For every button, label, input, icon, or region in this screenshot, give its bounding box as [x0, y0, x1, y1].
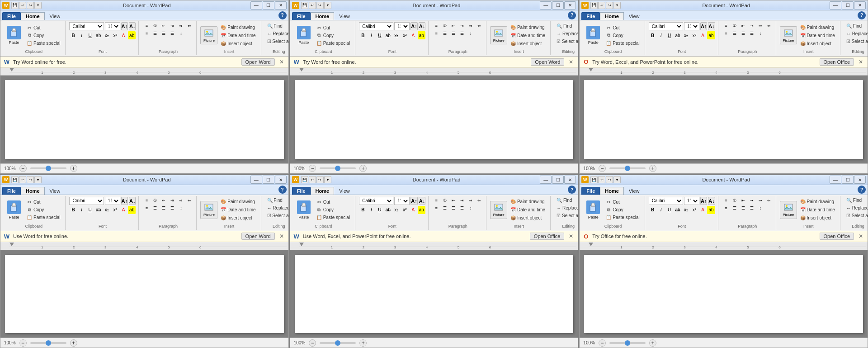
strikethrough-btn[interactable]: ab	[674, 206, 681, 214]
rtl-btn[interactable]: ⇐	[185, 197, 193, 204]
align-right-btn[interactable]: ☰	[739, 30, 747, 37]
paste-special-btn[interactable]: 📋Paste special	[314, 39, 352, 47]
font-family-select[interactable]: Calibri	[649, 22, 683, 30]
insert-datetime-btn[interactable]: 📅 Date and time	[218, 206, 258, 214]
undo-btn[interactable]: ↩	[19, 176, 26, 183]
font-color-btn[interactable]: A	[119, 31, 127, 39]
document-area[interactable]	[580, 250, 868, 338]
replace-btn[interactable]: ↔ Replace	[265, 205, 289, 212]
copy-btn[interactable]: ⧉Copy	[314, 206, 352, 214]
save-quick-btn[interactable]: 💾	[590, 2, 598, 9]
maximize-btn[interactable]: ☐	[842, 1, 854, 10]
font-size-select[interactable]: 11	[394, 197, 410, 205]
paste-btn[interactable]: Paste	[584, 23, 602, 48]
save-quick-btn[interactable]: 💾	[590, 176, 598, 183]
superscript-btn[interactable]: x²	[111, 206, 119, 214]
insert-datetime-btn[interactable]: 📅 Date and time	[798, 32, 837, 39]
decrease-indent-btn[interactable]: ⇤	[160, 22, 168, 29]
strikethrough-btn[interactable]: ab	[674, 31, 681, 39]
help-btn[interactable]: ?	[568, 186, 576, 194]
document-area[interactable]	[290, 76, 578, 163]
insert-paint-btn[interactable]: 🎨 Paint drawing	[798, 198, 837, 205]
replace-btn[interactable]: ↔ Replace	[554, 30, 578, 37]
insert-picture-btn[interactable]: Picture	[490, 26, 507, 44]
document-area[interactable]	[0, 250, 288, 338]
superscript-btn[interactable]: x²	[690, 206, 698, 214]
grow-font-btn[interactable]: A↑	[700, 22, 707, 30]
minimize-btn[interactable]: —	[250, 176, 262, 184]
tab-file[interactable]: File	[292, 12, 311, 20]
line-spacing-btn[interactable]: ↕	[467, 205, 475, 212]
zoom-out-btn[interactable]: −	[19, 165, 27, 172]
align-right-btn[interactable]: ☰	[739, 205, 747, 212]
zoom-slider[interactable]	[30, 342, 66, 344]
select-all-btn[interactable]: ☑ Select all	[554, 38, 578, 45]
italic-btn[interactable]: I	[78, 206, 85, 214]
cut-btn[interactable]: ✂Cut	[603, 199, 642, 206]
rtl-btn[interactable]: ⇐	[475, 22, 483, 29]
minimize-btn[interactable]: —	[540, 176, 552, 184]
redo-btn[interactable]: ↪	[316, 176, 324, 183]
notification-close-btn[interactable]: ✕	[857, 58, 865, 66]
document-page[interactable]	[584, 80, 863, 159]
grow-font-btn[interactable]: A↑	[410, 22, 417, 30]
cut-btn[interactable]: ✂Cut	[314, 24, 352, 31]
maximize-btn[interactable]: ☐	[842, 176, 854, 184]
zoom-slider[interactable]	[320, 342, 356, 344]
document-area[interactable]	[290, 250, 578, 338]
italic-btn[interactable]: I	[368, 206, 375, 214]
highlight-btn[interactable]: ab	[128, 31, 136, 39]
help-btn[interactable]: ?	[568, 11, 576, 19]
underline-btn[interactable]: U	[86, 206, 94, 214]
save-quick-btn[interactable]: 💾	[11, 2, 19, 9]
notification-close-btn[interactable]: ✕	[278, 232, 286, 240]
justify-btn[interactable]: ☰	[748, 30, 756, 37]
customize-quick-btn[interactable]: ▾	[324, 176, 331, 183]
close-btn[interactable]: ✕	[275, 176, 287, 184]
insert-datetime-btn[interactable]: 📅 Date and time	[508, 32, 547, 39]
insert-picture-btn[interactable]: Picture	[490, 201, 507, 219]
paste-special-btn[interactable]: 📋Paste special	[24, 214, 62, 221]
notification-action-btn[interactable]: Open Word	[241, 233, 275, 240]
subscript-btn[interactable]: x₂	[682, 206, 690, 214]
align-left-btn[interactable]: ≡	[722, 30, 730, 37]
redo-btn[interactable]: ↪	[27, 2, 34, 9]
line-spacing-btn[interactable]: ↕	[756, 205, 764, 212]
align-center-btn[interactable]: ☰	[731, 205, 739, 212]
notification-action-btn[interactable]: Open Word	[531, 58, 564, 66]
minimize-btn[interactable]: —	[250, 1, 262, 10]
rtl-btn[interactable]: ⇐	[765, 197, 773, 204]
strikethrough-btn[interactable]: ab	[94, 31, 102, 39]
cut-btn[interactable]: ✂Cut	[24, 24, 62, 31]
insert-object-btn[interactable]: 📦 Insert object	[218, 40, 258, 47]
zoom-out-btn[interactable]: −	[599, 165, 606, 172]
font-size-select[interactable]: 11	[394, 22, 410, 30]
tab-home[interactable]: Home	[21, 187, 45, 195]
notification-close-btn[interactable]: ✕	[567, 58, 575, 66]
insert-object-btn[interactable]: 📦 Insert object	[798, 40, 837, 47]
font-family-select[interactable]: Calibri	[359, 197, 393, 205]
undo-btn[interactable]: ↩	[19, 2, 26, 9]
zoom-in-btn[interactable]: +	[70, 165, 77, 172]
insert-paint-btn[interactable]: 🎨 Paint drawing	[508, 24, 547, 31]
customize-quick-btn[interactable]: ▾	[613, 2, 621, 9]
insert-paint-btn[interactable]: 🎨 Paint drawing	[798, 24, 837, 31]
align-center-btn[interactable]: ☰	[731, 30, 739, 37]
document-page[interactable]	[295, 80, 574, 159]
find-btn[interactable]: 🔍 Find	[554, 197, 578, 204]
bold-btn[interactable]: B	[359, 31, 367, 39]
strikethrough-btn[interactable]: ab	[384, 206, 392, 214]
decrease-indent-btn[interactable]: ⇤	[739, 197, 747, 204]
ltr-btn[interactable]: ⇒	[177, 197, 185, 204]
align-center-btn[interactable]: ☰	[441, 30, 449, 37]
maximize-btn[interactable]: ☐	[263, 176, 274, 184]
find-btn[interactable]: 🔍 Find	[844, 22, 868, 29]
tab-file[interactable]: File	[2, 187, 21, 195]
cut-btn[interactable]: ✂Cut	[603, 24, 642, 31]
notification-close-btn[interactable]: ✕	[857, 232, 865, 240]
document-area[interactable]	[580, 76, 868, 163]
numbering-btn[interactable]: ①	[151, 22, 159, 29]
close-btn[interactable]: ✕	[564, 176, 576, 184]
tab-home[interactable]: Home	[21, 12, 45, 20]
increase-indent-btn[interactable]: ⇥	[458, 197, 466, 204]
